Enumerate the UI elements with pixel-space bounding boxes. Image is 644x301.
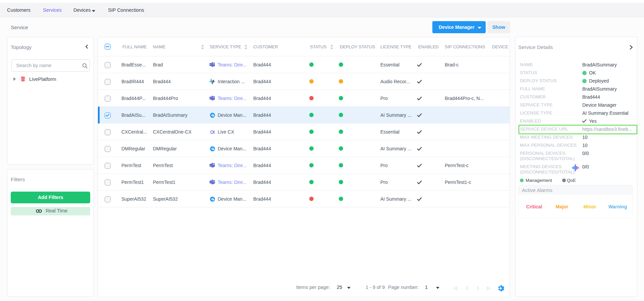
- svg-text:T: T: [210, 164, 212, 166]
- svg-text:T: T: [210, 63, 212, 66]
- svg-text:T: T: [210, 97, 212, 99]
- svg-text:T: T: [210, 181, 212, 183]
